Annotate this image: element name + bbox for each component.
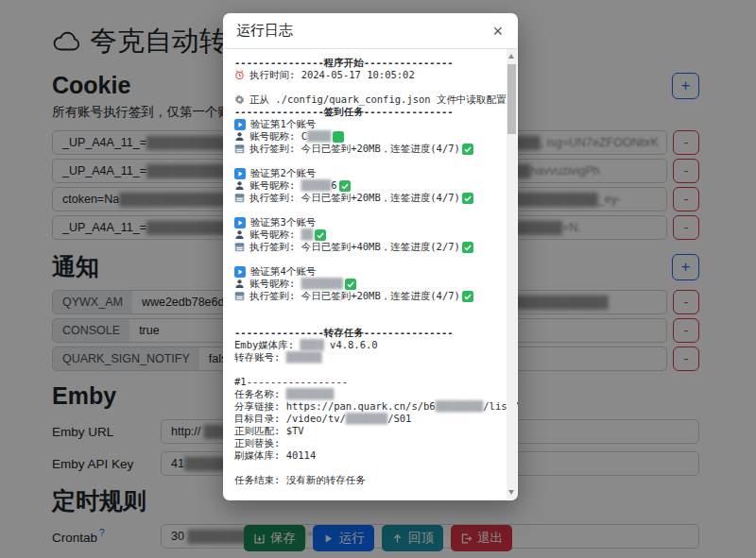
text: 分享链接: https://pan.quark.cn/s/b6 [234, 400, 436, 413]
check-icon [462, 144, 473, 155]
redacted-text: ████ [300, 339, 323, 351]
log-line: 账号昵称: █████6 [234, 179, 499, 192]
log-line: 验证第4个账号 [234, 265, 499, 278]
log-line: 正则匹配: $TV [234, 425, 499, 437]
text: 转存账号: [234, 351, 286, 364]
redacted-text: ██████ [286, 351, 322, 364]
modal-title: 运行日志 [236, 22, 293, 40]
check-icon [462, 193, 473, 204]
run-log-modal: 运行日志 × ---------------程序开始--------------… [223, 13, 518, 500]
text: 任务结束: 没有新的转存任务 [234, 474, 366, 486]
close-icon[interactable]: × [490, 23, 505, 40]
text: 正则替换: [234, 437, 286, 449]
log-blank-line [234, 314, 499, 327]
text: #1----------------- [234, 376, 348, 388]
text: 执行签到: 今日已签到+20MB，连签进度(4/7) [249, 192, 460, 204]
log-line: 任务名称: ████████ [234, 388, 499, 400]
person-icon [234, 279, 245, 289]
log-blank-line [234, 253, 499, 265]
calendar-icon [234, 242, 245, 252]
text: 执行时间: 2024-05-17 10:05:02 [249, 69, 415, 81]
play-badge-icon [234, 119, 246, 130]
redacted-text: ███████ [346, 413, 387, 425]
check-icon [462, 242, 473, 253]
log-line: 执行签到: 今日已签到+40MB，连签进度(2/7) [234, 241, 499, 253]
redacted-text: ███████ [301, 278, 343, 290]
log-line: Emby媒体库: ████ v4.8.6.0 [234, 339, 499, 351]
check-icon [345, 279, 356, 290]
log-blank-line [234, 462, 499, 474]
text: 执行签到: 今日已签到+20MB，连签进度(4/7) [249, 143, 460, 155]
text: 账号昵称: [249, 179, 301, 192]
log-line: 验证第3个账号 [234, 216, 499, 228]
text: 任务名称: [234, 388, 286, 400]
log-line: 执行时间: 2024-05-17 10:05:02 [234, 69, 499, 81]
log-line: ---------------程序开始--------------- [234, 57, 499, 69]
log-line: 执行签到: 今日已签到+20MB，连签进度(4/7) [234, 143, 499, 155]
log-blank-line [234, 204, 499, 216]
log-line: 账号昵称: C████ [234, 130, 499, 143]
text: 6 [331, 179, 336, 192]
modal-scrollbar[interactable] [507, 49, 517, 499]
text: 验证第1个账号 [250, 118, 316, 130]
clock-icon [234, 70, 245, 80]
scrollbar-up-arrow-icon[interactable] [508, 54, 514, 59]
calendar-icon [234, 144, 245, 154]
text: /S01 [387, 413, 411, 425]
log-blank-line [234, 302, 499, 314]
play-badge-icon [234, 168, 246, 179]
log-line: 验证第2个账号 [234, 167, 499, 179]
log-line: 正从 ./config/quark_config.json 文件中读取配置 [234, 93, 499, 106]
text: v4.8.6.0 [324, 339, 378, 351]
log-line: 账号昵称: ███████ [234, 278, 499, 290]
redacted-text: ████████ [436, 400, 484, 413]
gear-icon [234, 94, 245, 105]
log-blank-line [234, 364, 499, 376]
log-line: 执行签到: 今日已签到+20MB，连签进度(4/7) [234, 192, 499, 204]
app-page: 夸克自动转存 Cookie + 所有账号执行签到，仅第一个账号执行转存 _UP_… [0, 0, 756, 558]
text: 正则匹配: $TV [234, 425, 304, 437]
log-body: ---------------程序开始---------------执行时间: … [223, 49, 518, 500]
person-icon [234, 131, 245, 142]
log-line: 刷媒体库: 40114 [234, 449, 499, 462]
text: ---------------程序开始--------------- [234, 57, 454, 69]
text: 账号昵称: C [249, 130, 307, 143]
text: 账号昵称: [249, 228, 301, 241]
calendar-icon [234, 193, 245, 203]
calendar-icon [234, 291, 245, 301]
text: 验证第4个账号 [250, 265, 316, 278]
scrollbar-down-arrow-icon[interactable] [508, 490, 514, 495]
log-line: 账号昵称: ██ [234, 228, 499, 241]
log-blank-line [234, 81, 499, 93]
green-square-icon [333, 131, 344, 143]
text: 目标目录: /video/tv/ [234, 413, 346, 425]
text: Emby媒体库: [234, 339, 300, 351]
log-line: 任务结束: 没有新的转存任务 [234, 474, 499, 486]
play-badge-icon [234, 266, 246, 278]
redacted-text: █████ [301, 179, 332, 192]
check-icon [339, 180, 351, 192]
person-icon [234, 180, 245, 191]
redacted-text: ████████ [286, 388, 335, 400]
log-line: #1----------------- [234, 376, 499, 388]
log-line: ---------------签到任务--------------- [234, 106, 499, 118]
text: 正从 ./config/quark_config.json 文件中读取配置 [249, 93, 507, 106]
text: 刷媒体库: 40114 [234, 449, 316, 462]
log-line: 分享链接: https://pan.quark.cn/s/b6████████/… [234, 400, 499, 413]
scrollbar-thumb[interactable] [507, 64, 516, 134]
check-icon [462, 291, 473, 302]
redacted-text: ████ [307, 130, 331, 143]
text: 执行签到: 今日已签到+40MB，连签进度(2/7) [249, 241, 460, 253]
log-line: 验证第1个账号 [234, 118, 499, 130]
text: ---------------签到任务--------------- [234, 106, 454, 118]
modal-header: 运行日志 × [223, 13, 518, 49]
check-icon [315, 229, 326, 241]
text: 验证第3个账号 [250, 216, 316, 228]
log-line: 目标目录: /video/tv/███████/S01 [234, 413, 499, 425]
text: 执行签到: 今日已签到+20MB，连签进度(4/7) [249, 290, 460, 302]
log-line: 执行签到: 今日已签到+20MB，连签进度(4/7) [234, 290, 499, 302]
text: ---------------转存任务--------------- [234, 327, 454, 339]
redacted-text: ██ [301, 228, 314, 241]
person-icon [234, 229, 245, 240]
log-line: 转存账号: ██████ [234, 351, 499, 364]
